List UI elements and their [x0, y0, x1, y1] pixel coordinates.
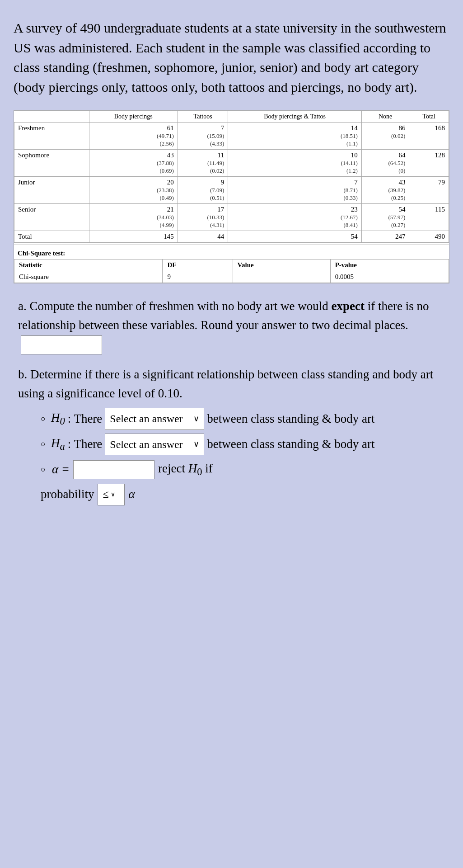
- h0-symbol: H0: [51, 408, 65, 429]
- cell-sophomore-total: 128: [409, 150, 449, 177]
- probability-label: probability: [41, 485, 94, 504]
- ha-select-text: Select an answer: [110, 436, 182, 453]
- cell-senior-piercings: 21 (34.03) (4.99): [89, 204, 178, 231]
- cell-senior-none: 54 (57.97) (0.27): [361, 204, 409, 231]
- chi-square-table: Statistic DF Value P-value Chi-square 9 …: [14, 259, 449, 283]
- row-label-junior: Junior: [14, 177, 89, 204]
- chi-header-df: DF: [163, 259, 233, 271]
- h0-suffix-text: between class standing & body art: [207, 409, 374, 429]
- row-label-freshmen: Freshmen: [14, 123, 89, 150]
- ha-item: ○ Ha : There Select an answer ∨ between …: [41, 434, 449, 455]
- ha-colon: : There: [68, 434, 103, 454]
- chi-square-label: Chi-Square test:: [14, 248, 449, 259]
- h0-colon: : There: [68, 409, 103, 429]
- cell-sophomore-none: 64 (64.52) (0): [361, 150, 409, 177]
- col-header-none: None: [361, 111, 409, 123]
- table-row: Freshmen 61 (49.71) (2.56) 7 (15.09) (4.…: [14, 123, 449, 150]
- ha-suffix-text: between class standing & body art: [207, 434, 374, 454]
- table-row-total: Total 145 44 54 247 490: [14, 231, 449, 243]
- chi-pvalue: 0.0005: [330, 271, 449, 283]
- chi-square-section: Chi-Square test: Statistic DF Value P-va…: [14, 245, 449, 283]
- chevron-down-icon: ∨: [193, 412, 199, 425]
- row-label-senior: Senior: [14, 204, 89, 231]
- col-header-total: Total: [409, 111, 449, 123]
- alpha-input[interactable]: [73, 460, 154, 479]
- cell-junior-tattoos: 9 (7.09) (0.51): [178, 177, 228, 204]
- col-header-empty: [14, 111, 89, 123]
- cell-total-piercings: 145: [89, 231, 178, 243]
- col-header-both: Body piercings & Tattos: [228, 111, 362, 123]
- row-label-sophomore: Sophomore: [14, 150, 89, 177]
- table-row: Senior 21 (34.03) (4.99) 17 (10.33) (4.3…: [14, 204, 449, 231]
- cell-senior-total: 115: [409, 204, 449, 231]
- chi-value: [233, 271, 330, 283]
- answer-a-input[interactable]: [21, 335, 102, 354]
- cell-junior-none: 43 (39.82) (0.25): [361, 177, 409, 204]
- cell-freshmen-tattoos: 7 (15.09) (4.33): [178, 123, 228, 150]
- chi-header-value: Value: [233, 259, 330, 271]
- cell-freshmen-piercings: 61 (49.71) (2.56): [89, 123, 178, 150]
- cell-freshmen-total: 168: [409, 123, 449, 150]
- data-table: Body piercings Tattoos Body piercings & …: [14, 111, 449, 243]
- intro-text: A survey of 490 undergraduate students a…: [14, 18, 449, 97]
- h0-select-text: Select an answer: [110, 410, 182, 427]
- question-a: a. Compute the number of freshmen with n…: [18, 297, 449, 354]
- cell-freshmen-none: 86 (0.02): [361, 123, 409, 150]
- chevron-down-icon: ∨: [111, 490, 115, 500]
- chi-df: 9: [163, 271, 233, 283]
- question-a-label: a.: [18, 299, 27, 313]
- alpha-symbol-label: α =: [52, 460, 70, 479]
- cell-junior-both: 7 (8.71) (0.33): [228, 177, 362, 204]
- cell-freshmen-both: 14 (18.51) (1.1): [228, 123, 362, 150]
- cell-sophomore-both: 10 (14.11) (1.2): [228, 150, 362, 177]
- probability-row: probability ≤ ∨ α: [18, 484, 449, 505]
- cell-total-tattoos: 44: [178, 231, 228, 243]
- reject-text: reject H0 if: [158, 459, 213, 480]
- expect-bold: expect: [332, 299, 365, 313]
- cell-senior-both: 23 (12.67) (8.41): [228, 204, 362, 231]
- cell-sophomore-piercings: 43 (37.88) (0.69): [89, 150, 178, 177]
- alpha-item: ○ α = reject H0 if: [41, 459, 449, 480]
- cell-senior-tattoos: 17 (10.33) (4.31): [178, 204, 228, 231]
- cell-junior-piercings: 20 (23.38) (0.49): [89, 177, 178, 204]
- chevron-down-icon: ∨: [193, 438, 199, 451]
- question-b-label: b.: [18, 368, 27, 381]
- h0-select-dropdown[interactable]: Select an answer ∨: [105, 408, 204, 429]
- col-header-tattoos: Tattoos: [178, 111, 228, 123]
- h0-item: ○ H0 : There Select an answer ∨ between …: [41, 408, 449, 429]
- chi-data-row: Chi-square 9 0.0005: [14, 271, 449, 283]
- alpha-final-symbol: α: [128, 485, 135, 504]
- question-b: b. Determine if there is a significant r…: [18, 365, 449, 403]
- cell-total-both: 54: [228, 231, 362, 243]
- cell-sophomore-tattoos: 11 (11.49) (0.02): [178, 150, 228, 177]
- chi-header-statistic: Statistic: [14, 259, 163, 271]
- row-label-total: Total: [14, 231, 89, 243]
- cell-total-none: 247: [361, 231, 409, 243]
- ha-select-dropdown[interactable]: Select an answer ∨: [105, 434, 204, 455]
- h0-radio[interactable]: ○: [41, 412, 46, 425]
- ha-radio[interactable]: ○: [41, 438, 46, 451]
- ha-symbol: Ha: [51, 434, 65, 455]
- cell-junior-total: 79: [409, 177, 449, 204]
- alpha-radio[interactable]: ○: [41, 463, 46, 476]
- sub-questions-list: ○ H0 : There Select an answer ∨ between …: [18, 408, 449, 480]
- cell-total-total: 490: [409, 231, 449, 243]
- prob-select-value: ≤: [103, 486, 108, 503]
- table-row: Junior 20 (23.38) (0.49) 9 (7.09) (0.51)…: [14, 177, 449, 204]
- chi-statistic: Chi-square: [14, 271, 163, 283]
- data-table-container: Body piercings Tattoos Body piercings & …: [14, 110, 449, 283]
- prob-select-dropdown[interactable]: ≤ ∨: [98, 484, 125, 505]
- chi-header-pvalue: P-value: [330, 259, 449, 271]
- table-row: Sophomore 43 (37.88) (0.69) 11 (11.49) (…: [14, 150, 449, 177]
- questions-section: a. Compute the number of freshmen with n…: [14, 297, 449, 505]
- col-header-body-piercings: Body piercings: [89, 111, 178, 123]
